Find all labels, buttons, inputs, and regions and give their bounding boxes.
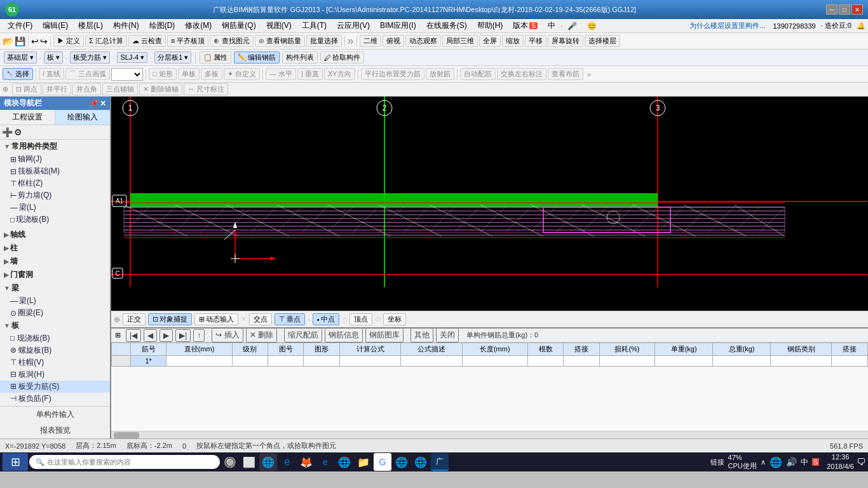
cell-grade[interactable] [232, 356, 268, 367]
btn-pan[interactable]: 平移 [525, 35, 546, 47]
btn-find-elem[interactable]: ⊕ 查找图元 [210, 35, 253, 47]
taskbar-icon-ie2[interactable]: 🌐 [336, 453, 353, 471]
item-col-cap[interactable]: ⊤ 柱帽(V) [0, 356, 110, 369]
tray-arrow[interactable]: ∧ [761, 458, 766, 466]
cell-diameter[interactable] [166, 356, 232, 367]
menu-floor[interactable]: 楼层(L) [73, 19, 108, 32]
btn-steel-info[interactable]: 钢筋信息 [325, 328, 363, 342]
steel-nav-last[interactable]: ▶| [175, 329, 191, 342]
btn-properties[interactable]: 📋 属性 [200, 51, 231, 64]
tray-volume[interactable]: 🔊 [786, 457, 797, 467]
taskbar-clock[interactable]: 12:36 2018/4/6 [827, 452, 854, 472]
item-cast-slab-b[interactable]: □ 现浇板(B) [0, 332, 110, 344]
group-beam-title[interactable]: ▼ 梁 [0, 281, 110, 295]
tb-redo[interactable]: ↪ [40, 36, 48, 46]
steel-nav-first[interactable]: |◀ [126, 329, 141, 342]
btn-delete-aux[interactable]: ✕ 删除辅轴 [139, 83, 182, 95]
btn-radial[interactable]: 放射筋 [426, 68, 454, 80]
btn-view-steel[interactable]: ⊙ 查看钢筋量 [255, 35, 305, 47]
tray-ime-s[interactable]: S [812, 458, 819, 466]
item-frame-col[interactable]: ⊤ 框柱(Z) [0, 177, 110, 189]
btn-multi-slab[interactable]: 多板 [201, 68, 222, 80]
menu-element[interactable]: 构件(N) [108, 19, 144, 32]
btn-rotate[interactable]: 屏幕旋转 [548, 35, 583, 47]
sidebar-pin-icon[interactable]: 📌 [89, 99, 98, 108]
menu-view[interactable]: 视图(V) [261, 19, 297, 32]
btn-select-tool[interactable]: ↖ 选择 [3, 68, 33, 80]
sidebar-close-icon[interactable]: ✕ [100, 99, 106, 108]
btn-swap-annotation[interactable]: 交换左右标注 [497, 68, 546, 80]
close-button[interactable]: ✕ [851, 4, 863, 15]
item-neg-rebar[interactable]: ⊣ 板负筋(F) [0, 393, 110, 405]
btn-parallel-aux[interactable]: 井平行 [43, 83, 71, 95]
snap-perpendicular[interactable]: ⊤ 垂点 [275, 313, 305, 325]
btn-steel-close[interactable]: 关闭 [436, 328, 459, 342]
scroll-thumb[interactable] [114, 432, 139, 438]
breadcrumb-type[interactable]: 板 ▾ [44, 51, 63, 64]
menu-edit[interactable]: 编辑(E) [37, 19, 73, 32]
menu-tools[interactable]: 工具(T) [297, 19, 332, 32]
btn-custom[interactable]: ✦ 自定义 [224, 68, 260, 80]
btn-pick-element[interactable]: 🖊 拾取构件 [320, 51, 364, 64]
btn-cloud-check[interactable]: ☁ 云检查 [128, 35, 166, 47]
menu-smiley[interactable]: 😊 [582, 20, 602, 32]
btn-project-settings[interactable]: 工程设置 [0, 110, 55, 125]
breadcrumb-id[interactable]: SLJ-4 ▾ [117, 52, 147, 63]
group-wall-title[interactable]: ▶ 墙 [0, 255, 110, 268]
btn-2d[interactable]: 二维 [360, 35, 381, 47]
steel-nav-next[interactable]: ▶ [159, 329, 173, 342]
item-shear-wall[interactable]: ⊢ 剪力墙(Q) [0, 189, 110, 201]
item-cast-slab[interactable]: □ 现浇板(B) [0, 214, 110, 226]
taskbar-icon-ggj[interactable]: 广 [431, 453, 449, 471]
steel-nav-prev[interactable]: ◀ [144, 329, 157, 342]
item-raft[interactable]: ⊟ 筏板基础(M) [0, 165, 110, 177]
snap-dynamic[interactable]: ⊞ 动态输入 [194, 313, 238, 325]
sidebar-icon-add[interactable]: ➕ [2, 127, 13, 137]
btn-rect[interactable]: □ 矩形 [149, 68, 177, 80]
taskbar-icon-cortana[interactable]: 🔘 [221, 453, 239, 471]
btn-scale-config[interactable]: 缩尺配筋 [284, 328, 322, 342]
taskbar-icon-task-view[interactable]: ⬜ [240, 453, 258, 471]
snap-intersection[interactable]: 交点 [249, 313, 272, 325]
btn-draw-input[interactable]: 绘图输入 [55, 110, 110, 125]
horizontal-scrollbar[interactable] [111, 431, 868, 438]
taskbar-icon-browser4[interactable]: 🌐 [412, 453, 430, 471]
btn-auto-config[interactable]: 自动配筋 [460, 68, 496, 80]
start-button[interactable]: ⊞ [3, 453, 28, 471]
menu-file[interactable]: 文件(F) [3, 19, 37, 32]
taskbar-icon-edge2[interactable]: e [316, 453, 334, 471]
btn-single-slab[interactable]: 单板 [178, 68, 200, 80]
snap-coordinate[interactable]: 坐标 [383, 313, 406, 325]
btn-top-view[interactable]: 俯视 [383, 35, 404, 47]
btn-insert-steel[interactable]: ↪ 插入 [212, 328, 243, 342]
taskbar-icon-firefox[interactable]: 🦊 [297, 453, 315, 471]
menu-cloud[interactable]: 云应用(V) [332, 19, 375, 32]
item-slab-rebar[interactable]: ⊞ 板受力筋(S) [0, 381, 110, 393]
item-beam-l[interactable]: — 梁(L) [0, 295, 110, 307]
btn-edit-steel[interactable]: ✏️ 编辑钢筋 [234, 51, 280, 64]
group-common-title[interactable]: ▼ 常用构件类型 [0, 140, 110, 153]
btn-element-list[interactable]: 构件列表 [282, 51, 318, 64]
snap-object[interactable]: ⊡ 对象捕捉 [148, 313, 192, 325]
item-beam[interactable]: — 梁(L) [0, 201, 110, 214]
tb-undo[interactable]: ↩ [31, 36, 39, 46]
btn-vertical[interactable]: | 垂直 [297, 68, 323, 80]
btn-parallel-edge[interactable]: 平行边布置受力筋 [361, 68, 424, 80]
taskbar-icon-ie[interactable]: 🌐 [259, 453, 277, 471]
menu-draw[interactable]: 绘图(D) [144, 19, 180, 32]
cad-canvas-area[interactable]: 1 2 3 A1 C [111, 97, 868, 311]
btn-local-3d[interactable]: 局部三维 [442, 35, 478, 47]
btn-three-point-aux[interactable]: 三点辅轴 [102, 83, 138, 95]
menu-help[interactable]: 帮助(H) [472, 19, 508, 32]
menu-steel-qty[interactable]: 钢筋量(Q) [217, 19, 261, 32]
btn-angle-aux[interactable]: 井点角 [72, 83, 101, 95]
cell-shape-num[interactable] [268, 356, 303, 367]
btn-batch-select[interactable]: 批量选择 [306, 35, 342, 47]
menu-mic[interactable]: 🎤 [562, 20, 582, 32]
btn-calc[interactable]: Σ 汇总计算 [85, 35, 127, 47]
taskbar-icon-folder[interactable]: 📁 [355, 453, 372, 471]
menu-modify[interactable]: 修改(M) [180, 19, 217, 32]
cell-bar-id[interactable]: 1* [131, 356, 166, 367]
taskbar-icon-google[interactable]: G [374, 453, 391, 471]
btn-line[interactable]: / 直线 [39, 68, 64, 80]
